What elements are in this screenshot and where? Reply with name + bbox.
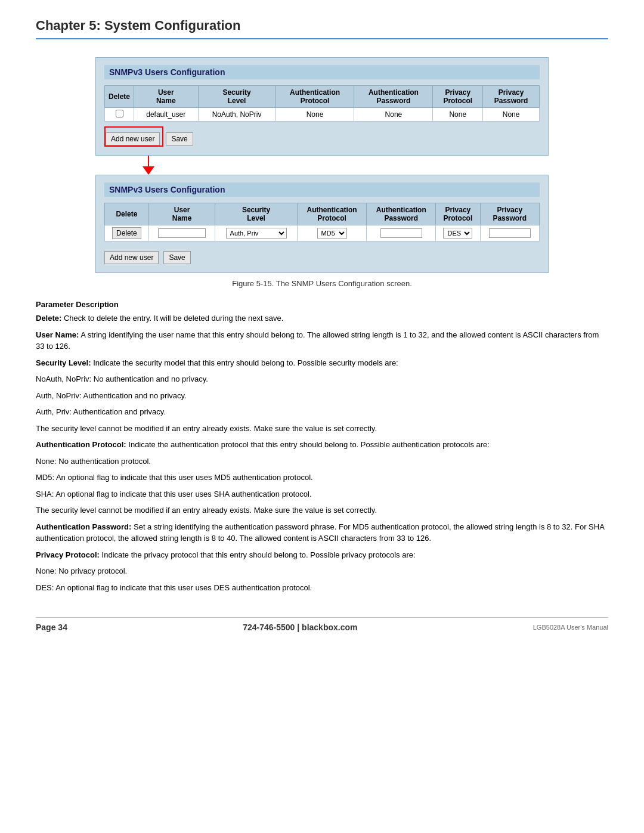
snmp-config-box-2: SNMPv3 Users Configuration Delete UserNa… [95,175,549,273]
new-auth-proto-cell: MD5 SHA [297,225,366,241]
col-priv-pass-2: PrivacyPassword [480,203,539,225]
param-security-label: Security Level: [36,358,91,367]
figures-area: SNMPv3 Users Configuration Delete UserNa… [36,57,608,273]
col-auth-proto-2: AuthenticationProtocol [297,203,366,225]
param-delete: Delete: Check to delete the entry. It wi… [36,312,608,324]
delete-button[interactable]: Delete [112,227,141,239]
delete-checkbox-cell [105,108,134,122]
param-privacy-protocol: Privacy Protocol: Indicate the privacy p… [36,549,608,561]
param-noauth-nopriv-text: NoAuth, NoPriv: No authentication and no… [36,374,208,383]
snmp-table-2: Delete UserName SecurityLevel Authentica… [104,203,540,241]
auth-password-cell: None [354,108,433,122]
param-des: DES: An optional flag to indicate that t… [36,582,608,594]
footer-manual: LGB5028A User's Manual [533,624,608,631]
auth-protocol-select[interactable]: MD5 SHA [317,228,347,239]
add-new-user-button-1[interactable]: Add new user [106,132,160,145]
param-des-text: DES: An optional flag to indicate that t… [36,583,312,592]
priv-protocol-cell: None [433,108,483,122]
user-name-cell: default_user [134,108,198,122]
priv-password-cell: None [483,108,540,122]
param-security-note: The security level cannot be modified if… [36,423,608,435]
footer-phone: 724-746-5500 | blackbox.com [243,623,357,632]
param-none-privacy: None: No privacy protocol. [36,565,608,577]
param-noauth-nopriv: NoAuth, NoPriv: No authentication and no… [36,373,608,385]
page-footer: Page 34 724-746-5500 | blackbox.com LGB5… [36,617,608,632]
col-auth-proto-1: AuthenticationProtocol [275,86,354,108]
new-username-cell [148,225,215,241]
arrow-head [143,166,154,175]
delete-button-cell: Delete [105,225,149,241]
add-new-user-button-2[interactable]: Add new user [104,251,159,264]
username-input[interactable] [158,228,206,238]
param-security-note-text: The security level cannot be modified if… [36,424,377,433]
param-none-auth-text: None: No authentication protocol. [36,457,151,466]
param-privacy-protocol-label: Privacy Protocol: [36,550,100,559]
param-delete-label: Delete: [36,314,61,323]
col-security-1: SecurityLevel [198,86,275,108]
param-description-title: Parameter Description [36,300,608,309]
security-level-cell: NoAuth, NoPriv [198,108,275,122]
col-delete-2: Delete [105,203,149,225]
param-auth-nopriv-text: Auth, NoPriv: Authentication and no priv… [36,391,187,400]
privacy-protocol-select[interactable]: DES AES [443,228,472,239]
param-security-text: Indicate the security model that this en… [93,358,398,367]
param-md5-text: MD5: An optional flag to indicate that t… [36,473,313,482]
arrow-line [148,156,149,166]
param-auth-password-label: Authentication Password: [36,522,131,531]
chapter-title: Chapter 5: System Configuration [36,18,608,39]
param-username-label: User Name: [36,330,79,339]
param-auth-nopriv: Auth, NoPriv: Authentication and no priv… [36,390,608,402]
col-priv-proto-2: PrivacyProtocol [436,203,480,225]
new-priv-proto-cell: DES AES [436,225,480,241]
param-privacy-protocol-text: Indicate the privacy protocol that this … [102,550,416,559]
snmp-title-1: SNMPv3 Users Configuration [104,65,540,79]
param-auth-security-note-text: The security level cannot be modified if… [36,506,377,515]
col-auth-pass-1: AuthenticationPassword [354,86,433,108]
snmp-config-box-1: SNMPv3 Users Configuration Delete UserNa… [95,57,549,156]
param-auth-password: Authentication Password: Set a string id… [36,521,608,544]
param-auth-protocol-text: Indicate the authentication protocol tha… [128,440,490,449]
param-none-privacy-text: None: No privacy protocol. [36,566,127,575]
new-priv-pass-cell [480,225,539,241]
param-auth-security-note: The security level cannot be modified if… [36,504,608,516]
col-username-2: UserName [148,203,215,225]
auth-password-input[interactable] [380,228,422,238]
param-sha: SHA: An optional flag to indicate that t… [36,488,608,500]
param-delete-text: Check to delete the entry. It will be de… [64,314,283,323]
footer-page: Page 34 [36,623,67,632]
param-none-auth: None: No authentication protocol. [36,456,608,467]
param-description-section: Parameter Description Delete: Check to d… [36,300,608,593]
param-auth-priv-text: Auth, Priv: Authentication and privacy. [36,407,166,416]
col-security-2: SecurityLevel [215,203,298,225]
save-button-2[interactable]: Save [163,251,190,264]
arrow-between [95,156,549,175]
privacy-password-input[interactable] [489,228,531,238]
col-username-1: UserName [134,86,198,108]
new-auth-pass-cell [367,225,436,241]
param-md5: MD5: An optional flag to indicate that t… [36,472,608,484]
figure-caption: Figure 5-15. The SNMP Users Configuratio… [36,279,608,288]
param-security-level: Security Level: Indicate the security mo… [36,357,608,369]
param-auth-protocol-label: Authentication Protocol: [36,440,126,449]
delete-checkbox[interactable] [116,110,123,117]
both-tables: SNMPv3 Users Configuration Delete UserNa… [95,57,549,273]
param-username-text: A string identifying the user name that … [36,330,599,351]
col-priv-pass-1: PrivacyPassword [483,86,540,108]
table-row-new: Delete Auth, Priv Auth, NoPriv NoAuth, N… [105,225,540,241]
col-auth-pass-2: AuthenticationPassword [367,203,436,225]
param-sha-text: SHA: An optional flag to indicate that t… [36,490,312,498]
save-button-1[interactable]: Save [166,132,193,145]
param-username: User Name: A string identifying the user… [36,329,608,352]
snmp-title-2: SNMPv3 Users Configuration [104,182,540,197]
table-row: default_user NoAuth, NoPriv None None No… [105,108,540,122]
col-delete-1: Delete [105,86,134,108]
security-level-select[interactable]: Auth, Priv Auth, NoPriv NoAuth, NoPriv [226,228,287,239]
auth-protocol-cell: None [275,108,354,122]
new-security-cell: Auth, Priv Auth, NoPriv NoAuth, NoPriv [215,225,298,241]
red-border-wrapper: Add new user [104,126,163,147]
snmp-table-1: Delete UserName SecurityLevel Authentica… [104,85,540,122]
col-priv-proto-1: PrivacyProtocol [433,86,483,108]
param-auth-priv: Auth, Priv: Authentication and privacy. [36,406,608,418]
param-auth-protocol: Authentication Protocol: Indicate the au… [36,439,608,451]
